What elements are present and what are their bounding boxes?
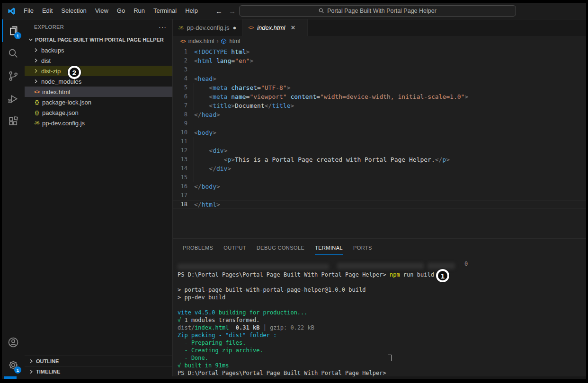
back-arrow-icon[interactable]: ← (215, 7, 223, 15)
code-line: 15 (173, 173, 586, 182)
code-line: 13 <p>This is a Portal Page created with… (173, 155, 586, 164)
title-bar: FileEditSelectionViewGoRunTerminalHelp ←… (2, 3, 586, 19)
redacted-blur (178, 264, 329, 270)
tab-index.html[interactable]: <>index.html✕ (242, 19, 308, 36)
run-debug-icon[interactable] (2, 87, 25, 110)
menu-terminal[interactable]: Terminal (149, 3, 181, 19)
code-text: <html lang="en"> (194, 56, 253, 65)
line-number: 7 (173, 101, 187, 110)
tree-item-index.html[interactable]: <>index.html (25, 87, 172, 97)
code-line: 11 (173, 137, 586, 146)
chevron-right-icon (29, 369, 34, 374)
explorer-sidebar: EXPLORER ··· PORTAL PAGE BUILT WITH PORT… (25, 19, 173, 376)
json-file-icon: {} (33, 110, 41, 115)
code-line: 12 <div> (173, 146, 586, 155)
tree-item-label: pp-dev.config.js (42, 120, 85, 127)
chevron-right-icon (29, 359, 34, 364)
tree-item-dist-zip[interactable]: dist-zip (25, 66, 172, 76)
timeline-label: TIMELINE (36, 369, 60, 374)
terminal-line: √ built in 91ms (178, 362, 586, 369)
forward-arrow-icon[interactable]: → (229, 7, 236, 15)
code-text: <meta charset="UTF-8"> (194, 83, 291, 92)
tree-item-node_modules[interactable]: node_modules (25, 76, 172, 87)
code-line: 14 </div> (173, 164, 586, 173)
menu-go[interactable]: Go (113, 3, 129, 19)
code-text: <!DOCTYPE html> (194, 47, 249, 56)
tree-item-package.json[interactable]: {}package.json (25, 107, 172, 118)
sidebar-title: EXPLORER (34, 24, 64, 30)
line-number: 15 (173, 173, 187, 182)
terminal-cursor (388, 355, 392, 361)
line-number: 4 (173, 74, 187, 83)
sidebar-header: EXPLORER ··· (25, 19, 172, 35)
menu-run[interactable]: Run (129, 3, 149, 19)
bottom-panel: PROBLEMSOUTPUTDEBUG CONSOLETERMINALPORTS… (173, 238, 586, 376)
terminal-line: > portal-page-built-with-portal-page-hel… (178, 286, 586, 294)
workspace-section-header[interactable]: PORTAL PAGE BUILT WITH PORTAL PAGE HELPE… (25, 35, 172, 45)
tree-item-pp-dev.config.js[interactable]: JSpp-dev.config.js (25, 118, 172, 128)
settings-gear-icon[interactable]: 1 (2, 354, 25, 376)
annotation-step-2: 2 (68, 66, 81, 79)
terminal-line: - Preparing files. (178, 339, 586, 347)
tree-item-backups[interactable]: backups (25, 45, 172, 55)
command-center-search[interactable]: Portal Page Built With Portal Page Helpe… (239, 5, 516, 17)
close-icon[interactable]: ✕ (290, 24, 295, 31)
search-title: Portal Page Built With Portal Page Helpe… (327, 8, 437, 14)
code-line: 7 <title>Document</title> (173, 101, 586, 110)
line-number: 5 (173, 83, 187, 92)
code-line: 9 (173, 119, 586, 128)
code-line: 6 <meta name="viewport" content="width=d… (173, 92, 586, 101)
line-number: 13 (173, 155, 187, 164)
code-editor[interactable]: 1<!DOCTYPE html>2<html lang="en">34<head… (173, 46, 586, 238)
line-number: 1 (173, 47, 187, 56)
nav-arrows: ← → (215, 3, 236, 19)
menu-help[interactable]: Help (181, 3, 202, 19)
menu-selection[interactable]: Selection (57, 3, 90, 19)
breadcrumb-symbol[interactable]: html (229, 38, 240, 44)
redacted-blur (428, 263, 455, 269)
panel-tab-output[interactable]: OUTPUT (218, 239, 251, 256)
terminal-line: - Creating zip archive. (178, 347, 586, 354)
panel-tab-problems[interactable]: PROBLEMS (178, 239, 218, 256)
editor-tab-bar: JSpp-dev.config.js●<>index.html✕ (173, 19, 586, 36)
code-line: 8</head> (173, 110, 586, 119)
terminal-line: √ 1 modules transformed. (178, 316, 586, 324)
source-control-icon[interactable] (2, 65, 25, 87)
explorer-badge: 1 (14, 32, 21, 39)
stray-glyph: 0 (464, 261, 468, 267)
terminal-line: Zip packing - "dist" folder : (178, 331, 586, 339)
accounts-icon[interactable] (2, 331, 25, 354)
timeline-section[interactable]: TIMELINE (25, 366, 172, 376)
panel-tab-terminal[interactable]: TERMINAL (310, 239, 348, 256)
tab-pp-dev.config.js[interactable]: JSpp-dev.config.js● (173, 19, 242, 36)
panel-tab-debug-console[interactable]: DEBUG CONSOLE (251, 239, 310, 256)
terminal-line: PS D:\Portal Pages\Portal Page Built Wit… (178, 369, 586, 376)
status-bar-sliver (2, 376, 586, 379)
tree-item-label: backups (41, 47, 64, 54)
more-actions-icon[interactable]: ··· (159, 23, 167, 31)
extensions-icon[interactable] (2, 110, 25, 133)
line-number: 17 (173, 191, 187, 200)
menu-file[interactable]: File (19, 3, 38, 19)
code-line: 18</html> (173, 200, 586, 209)
code-line: 5 <meta charset="UTF-8"> (173, 83, 586, 92)
tree-item-package-lock.json[interactable]: {}package-lock.json (25, 97, 172, 107)
tree-item-dist[interactable]: dist (25, 55, 172, 66)
menu-edit[interactable]: Edit (38, 3, 57, 19)
menu-view[interactable]: View (91, 3, 113, 19)
indent-guide (194, 137, 194, 182)
outline-section[interactable]: OUTLINE (25, 356, 172, 366)
code-text: <meta name="viewport" content="width=dev… (194, 92, 468, 101)
chevron-right-icon (34, 79, 38, 84)
code-line: 16</body> (173, 182, 586, 191)
modified-dot-icon[interactable]: ● (233, 24, 237, 31)
file-tree: backupsdistdist-zipnode_modules<>index.h… (25, 45, 172, 128)
search-view-icon[interactable] (2, 42, 25, 65)
breadcrumb-file[interactable]: index.html (188, 38, 214, 44)
terminal[interactable]: PS D:\Portal Pages\Portal Page Built Wit… (173, 256, 586, 376)
code-text: <title>Document</title> (194, 101, 294, 110)
indent-guide (194, 83, 194, 110)
vscode-window: FileEditSelectionViewGoRunTerminalHelp ←… (2, 3, 586, 379)
panel-tab-ports[interactable]: PORTS (348, 239, 377, 256)
explorer-icon[interactable]: 1 (2, 19, 25, 42)
